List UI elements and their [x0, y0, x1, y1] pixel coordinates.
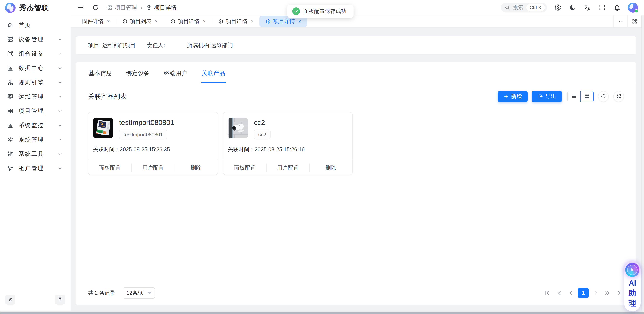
pin-sidebar-button[interactable] [55, 295, 65, 305]
sidebar-item-data-center[interactable]: 数据中心 [0, 61, 70, 75]
list-view-icon [571, 94, 577, 99]
close-icon[interactable]: × [298, 19, 301, 24]
system-icon [7, 136, 14, 143]
horizontal-scrollbar-thumb[interactable] [0, 312, 644, 314]
grid-view-button[interactable] [580, 91, 594, 102]
ai-line: AI [629, 279, 636, 287]
prev-page-button[interactable] [566, 288, 576, 298]
global-search[interactable]: 搜索 Ctrl K [501, 3, 547, 12]
moon-icon[interactable] [568, 3, 576, 12]
linked-time-row: 关联时间：2025-08-25 15:26:35 [88, 146, 218, 153]
success-toast: 面板配置保存成功 [287, 5, 354, 18]
tab-label: 项目列表 [130, 18, 152, 25]
panel-config-button[interactable]: 面板配置 [88, 160, 132, 175]
sidebar-item-label: 项目管理 [18, 107, 56, 115]
sidebar-item-label: 规则引擎 [18, 78, 56, 86]
breadcrumb-separator: › [141, 5, 142, 10]
linked-time-value: 2025-08-25 15:26:16 [254, 146, 305, 152]
sidebar-menu: 首页 设备管理 组合设备 数据中心 规则引擎 运维管理 [0, 18, 70, 175]
close-icon[interactable]: × [203, 19, 206, 24]
tab-end-users[interactable]: 终端用户 [164, 69, 188, 83]
sidebar-item-monitoring[interactable]: 系统监控 [0, 118, 70, 132]
tab-label: 项目详情 [273, 18, 295, 25]
tabs-dropdown-button[interactable] [613, 15, 627, 27]
forward-five-pages-button[interactable] [603, 288, 612, 298]
close-icon[interactable]: × [251, 19, 254, 24]
tab-label: 项目详情 [226, 18, 247, 25]
chevron-down-icon [56, 51, 64, 56]
current-page-button[interactable]: 1 [578, 288, 588, 298]
hamburger-menu-icon[interactable] [76, 3, 84, 12]
sidebar-item-ops[interactable]: 运维管理 [0, 89, 70, 104]
panel-config-button[interactable]: 面板配置 [223, 160, 266, 175]
close-icon[interactable]: × [107, 19, 110, 24]
chevron-down-icon [56, 36, 64, 42]
sidebar-item-home[interactable]: 首页 [0, 18, 70, 32]
user-config-button[interactable]: 用户配置 [132, 160, 174, 175]
content-fullscreen-button[interactable] [627, 15, 642, 27]
product-card[interactable]: testImport080801 testImport080801 关联时间：2… [88, 112, 218, 175]
close-icon[interactable]: × [155, 19, 158, 24]
tab-project-details-1[interactable]: 项目详情 × [164, 15, 212, 27]
fullscreen-icon[interactable] [598, 3, 606, 12]
package-icon [266, 19, 271, 24]
export-button[interactable]: 导出 [532, 91, 562, 102]
breadcrumb-current-label: 项目详情 [154, 4, 176, 11]
detail-tabs: 基本信息 绑定设备 终端用户 关联产品 [76, 62, 636, 83]
refresh-list-button[interactable] [598, 91, 609, 102]
sidebar-item-combined-devices[interactable]: 组合设备 [0, 46, 70, 61]
tab-linked-products[interactable]: 关联产品 [201, 69, 226, 83]
project-info-bar: 项目: 运维部门项目 责任人: 所属机构:运维部门 [76, 36, 636, 54]
user-avatar[interactable] [628, 2, 638, 13]
sidebar-item-label: 运维管理 [18, 93, 56, 100]
chevron-down-icon [56, 151, 64, 157]
tab-basic-info[interactable]: 基本信息 [88, 69, 112, 83]
delete-button[interactable]: 删除 [174, 160, 218, 175]
linked-time-label: 关联时间： [93, 146, 120, 152]
plus-icon [504, 94, 509, 99]
bell-icon[interactable] [613, 3, 621, 12]
tab-project-details-2[interactable]: 项目详情 × [212, 15, 260, 27]
sidebar-item-system-admin[interactable]: 系统管理 [0, 132, 70, 147]
next-page-button[interactable] [591, 288, 600, 298]
horizontal-scrollbar[interactable] [0, 311, 644, 314]
add-button-label: 新增 [511, 93, 522, 100]
product-image-plc [93, 117, 114, 138]
data-icon [7, 65, 14, 71]
vertical-scrollbar[interactable] [642, 15, 644, 311]
pagination-bar: 共 2 条记录 12条/页 1 [88, 288, 624, 299]
breadcrumb-parent[interactable]: 项目管理 [107, 4, 137, 11]
last-page-button[interactable] [614, 288, 624, 298]
collapse-sidebar-button[interactable] [6, 295, 15, 305]
sidebar-item-devices[interactable]: 设备管理 [0, 32, 70, 46]
product-tag-badge: testImport080801 [119, 130, 167, 139]
refresh-icon[interactable] [92, 3, 100, 12]
rules-icon [7, 79, 14, 86]
list-view-button[interactable] [567, 91, 580, 102]
delete-button[interactable]: 删除 [309, 160, 352, 175]
settings-icon[interactable] [554, 3, 562, 12]
add-button[interactable]: 新增 [498, 91, 528, 102]
ai-assistant-button[interactable]: AI AI 助 理 [624, 262, 641, 311]
tab-project-list[interactable]: 项目列表 × [116, 15, 164, 27]
user-config-button[interactable]: 用户配置 [266, 160, 309, 175]
online-status-dot [634, 9, 638, 13]
export-button-label: 导出 [546, 93, 556, 100]
sidebar-item-tenants[interactable]: 租户管理 [0, 161, 70, 175]
product-card[interactable]: cc2 cc2 关联时间：2025-08-25 15:26:16 面板配置 用户… [223, 112, 353, 175]
page-size-select[interactable]: 12条/页 [123, 288, 155, 299]
column-settings-button[interactable] [613, 91, 624, 102]
sidebar-item-label: 系统管理 [18, 136, 56, 143]
sidebar-item-system-tools[interactable]: 系统工具 [0, 147, 70, 161]
tab-firmware-details[interactable]: 固件详情 × [76, 15, 116, 27]
sidebar-item-projects[interactable]: 项目管理 [0, 104, 70, 118]
grid-view-icon [584, 94, 590, 99]
tab-bound-devices[interactable]: 绑定设备 [126, 69, 150, 83]
project-org: 所属机构:运维部门 [187, 41, 233, 49]
translate-icon[interactable] [583, 3, 592, 12]
product-title: testImport080801 [119, 118, 174, 127]
card-actions: 面板配置 用户配置 删除 [88, 160, 218, 175]
back-five-pages-button[interactable] [554, 288, 564, 298]
sidebar-item-rules-engine[interactable]: 规则引擎 [0, 75, 70, 89]
first-page-button[interactable] [543, 288, 552, 298]
